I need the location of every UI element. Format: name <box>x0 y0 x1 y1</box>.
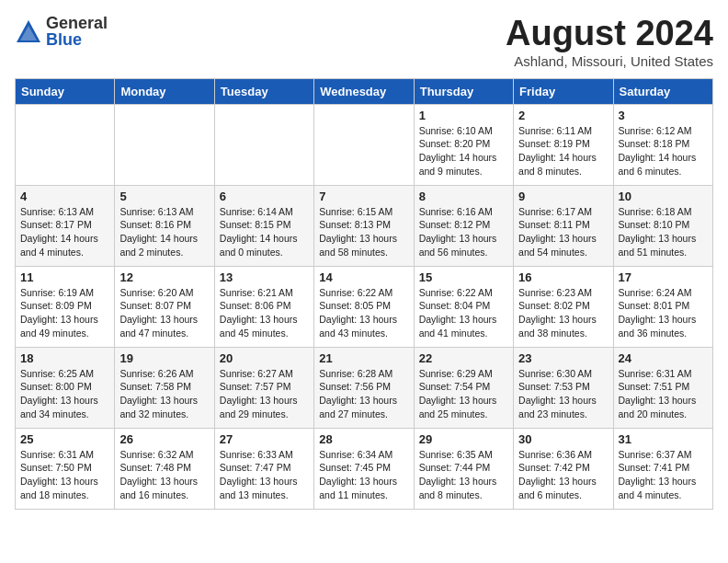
day-number: 3 <box>619 109 708 122</box>
day-info: Sunrise: 6:31 AM Sunset: 7:50 PM Dayligh… <box>20 448 109 502</box>
day-info: Sunrise: 6:15 AM Sunset: 8:13 PM Dayligh… <box>319 205 408 259</box>
day-number: 7 <box>319 190 408 203</box>
day-number: 10 <box>619 190 708 203</box>
day-info: Sunrise: 6:36 AM Sunset: 7:42 PM Dayligh… <box>518 448 608 502</box>
day-info: Sunrise: 6:37 AM Sunset: 7:41 PM Dayligh… <box>619 448 708 502</box>
calendar-cell: 21Sunrise: 6:28 AM Sunset: 7:56 PM Dayli… <box>314 347 414 428</box>
day-info: Sunrise: 6:30 AM Sunset: 7:53 PM Dayligh… <box>518 367 608 421</box>
day-info: Sunrise: 6:13 AM Sunset: 8:16 PM Dayligh… <box>119 205 209 259</box>
calendar-cell: 26Sunrise: 6:32 AM Sunset: 7:48 PM Dayli… <box>115 428 214 509</box>
day-number: 25 <box>20 432 109 446</box>
day-number: 28 <box>319 432 408 446</box>
day-info: Sunrise: 6:22 AM Sunset: 8:04 PM Dayligh… <box>419 286 508 340</box>
calendar-cell: 19Sunrise: 6:26 AM Sunset: 7:58 PM Dayli… <box>115 347 214 428</box>
calendar-cell: 23Sunrise: 6:30 AM Sunset: 7:53 PM Dayli… <box>514 347 613 428</box>
calendar-cell: 22Sunrise: 6:29 AM Sunset: 7:54 PM Dayli… <box>414 347 513 428</box>
calendar-cell: 13Sunrise: 6:21 AM Sunset: 8:06 PM Dayli… <box>214 266 313 347</box>
calendar-week-3: 18Sunrise: 6:25 AM Sunset: 8:00 PM Dayli… <box>16 347 713 428</box>
day-info: Sunrise: 6:23 AM Sunset: 8:02 PM Dayligh… <box>518 286 608 340</box>
day-info: Sunrise: 6:29 AM Sunset: 7:54 PM Dayligh… <box>419 367 508 421</box>
col-sunday: Sunday <box>16 78 115 104</box>
day-info: Sunrise: 6:25 AM Sunset: 8:00 PM Dayligh… <box>20 367 109 421</box>
calendar-cell: 8Sunrise: 6:16 AM Sunset: 8:12 PM Daylig… <box>414 185 513 266</box>
day-number: 9 <box>518 190 608 203</box>
calendar-cell <box>214 104 313 185</box>
calendar-week-4: 25Sunrise: 6:31 AM Sunset: 7:50 PM Dayli… <box>16 428 713 509</box>
col-friday: Friday <box>514 78 613 104</box>
calendar-cell: 16Sunrise: 6:23 AM Sunset: 8:02 PM Dayli… <box>514 266 613 347</box>
day-info: Sunrise: 6:33 AM Sunset: 7:47 PM Dayligh… <box>220 448 309 502</box>
calendar: Sunday Monday Tuesday Wednesday Thursday… <box>15 78 713 510</box>
day-number: 26 <box>119 432 209 446</box>
calendar-cell: 29Sunrise: 6:35 AM Sunset: 7:44 PM Dayli… <box>414 428 513 509</box>
col-monday: Monday <box>115 78 214 104</box>
calendar-cell: 18Sunrise: 6:25 AM Sunset: 8:00 PM Dayli… <box>16 347 115 428</box>
day-number: 6 <box>220 190 309 203</box>
logo-icon <box>15 18 42 44</box>
day-info: Sunrise: 6:14 AM Sunset: 8:15 PM Dayligh… <box>220 205 309 259</box>
location: Ashland, Missouri, United States <box>506 53 713 69</box>
day-number: 29 <box>419 432 508 446</box>
day-info: Sunrise: 6:18 AM Sunset: 8:10 PM Dayligh… <box>619 205 708 259</box>
day-info: Sunrise: 6:35 AM Sunset: 7:44 PM Dayligh… <box>419 448 508 502</box>
day-info: Sunrise: 6:21 AM Sunset: 8:06 PM Dayligh… <box>220 286 309 340</box>
day-number: 8 <box>419 190 508 203</box>
calendar-cell: 7Sunrise: 6:15 AM Sunset: 8:13 PM Daylig… <box>314 185 414 266</box>
day-info: Sunrise: 6:19 AM Sunset: 8:09 PM Dayligh… <box>20 286 109 340</box>
calendar-cell: 12Sunrise: 6:20 AM Sunset: 8:07 PM Dayli… <box>115 266 214 347</box>
day-info: Sunrise: 6:26 AM Sunset: 7:58 PM Dayligh… <box>119 367 209 421</box>
calendar-cell: 1Sunrise: 6:10 AM Sunset: 8:20 PM Daylig… <box>414 104 513 185</box>
calendar-cell: 30Sunrise: 6:36 AM Sunset: 7:42 PM Dayli… <box>514 428 613 509</box>
calendar-cell <box>314 104 414 185</box>
day-number: 2 <box>518 109 608 122</box>
day-number: 18 <box>20 351 109 365</box>
header: General Blue August 2024 Ashland, Missou… <box>15 15 713 69</box>
logo-general-text: General <box>46 15 108 31</box>
calendar-cell: 3Sunrise: 6:12 AM Sunset: 8:18 PM Daylig… <box>613 104 712 185</box>
calendar-week-0: 1Sunrise: 6:10 AM Sunset: 8:20 PM Daylig… <box>16 104 713 185</box>
day-number: 30 <box>518 432 608 446</box>
day-number: 27 <box>220 432 309 446</box>
calendar-cell: 2Sunrise: 6:11 AM Sunset: 8:19 PM Daylig… <box>514 104 613 185</box>
calendar-cell: 31Sunrise: 6:37 AM Sunset: 7:41 PM Dayli… <box>613 428 712 509</box>
calendar-cell: 6Sunrise: 6:14 AM Sunset: 8:15 PM Daylig… <box>214 185 313 266</box>
col-saturday: Saturday <box>613 78 712 104</box>
day-info: Sunrise: 6:10 AM Sunset: 8:20 PM Dayligh… <box>419 124 508 178</box>
calendar-cell: 24Sunrise: 6:31 AM Sunset: 7:51 PM Dayli… <box>613 347 712 428</box>
day-info: Sunrise: 6:13 AM Sunset: 8:17 PM Dayligh… <box>20 205 109 259</box>
day-info: Sunrise: 6:22 AM Sunset: 8:05 PM Dayligh… <box>319 286 408 340</box>
calendar-week-1: 4Sunrise: 6:13 AM Sunset: 8:17 PM Daylig… <box>16 185 713 266</box>
calendar-cell: 17Sunrise: 6:24 AM Sunset: 8:01 PM Dayli… <box>613 266 712 347</box>
day-number: 19 <box>119 351 209 365</box>
col-wednesday: Wednesday <box>314 78 414 104</box>
calendar-cell: 28Sunrise: 6:34 AM Sunset: 7:45 PM Dayli… <box>314 428 414 509</box>
col-tuesday: Tuesday <box>214 78 313 104</box>
calendar-cell: 27Sunrise: 6:33 AM Sunset: 7:47 PM Dayli… <box>214 428 313 509</box>
logo-name: General Blue <box>46 15 108 48</box>
calendar-cell: 4Sunrise: 6:13 AM Sunset: 8:17 PM Daylig… <box>16 185 115 266</box>
day-number: 5 <box>119 190 209 203</box>
day-number: 12 <box>119 270 209 284</box>
day-number: 22 <box>419 351 508 365</box>
calendar-week-2: 11Sunrise: 6:19 AM Sunset: 8:09 PM Dayli… <box>16 266 713 347</box>
day-number: 16 <box>518 270 608 284</box>
day-number: 21 <box>319 351 408 365</box>
day-info: Sunrise: 6:31 AM Sunset: 7:51 PM Dayligh… <box>619 367 708 421</box>
calendar-cell: 25Sunrise: 6:31 AM Sunset: 7:50 PM Dayli… <box>16 428 115 509</box>
day-number: 23 <box>518 351 608 365</box>
day-info: Sunrise: 6:16 AM Sunset: 8:12 PM Dayligh… <box>419 205 508 259</box>
calendar-cell: 10Sunrise: 6:18 AM Sunset: 8:10 PM Dayli… <box>613 185 712 266</box>
day-number: 17 <box>619 270 708 284</box>
col-thursday: Thursday <box>414 78 513 104</box>
calendar-header-row: Sunday Monday Tuesday Wednesday Thursday… <box>16 78 713 104</box>
day-info: Sunrise: 6:17 AM Sunset: 8:11 PM Dayligh… <box>518 205 608 259</box>
month-title: August 2024 <box>506 15 713 53</box>
calendar-cell: 5Sunrise: 6:13 AM Sunset: 8:16 PM Daylig… <box>115 185 214 266</box>
calendar-cell: 14Sunrise: 6:22 AM Sunset: 8:05 PM Dayli… <box>314 266 414 347</box>
day-number: 24 <box>619 351 708 365</box>
day-number: 31 <box>619 432 708 446</box>
calendar-cell <box>16 104 115 185</box>
day-info: Sunrise: 6:11 AM Sunset: 8:19 PM Dayligh… <box>518 124 608 178</box>
day-info: Sunrise: 6:12 AM Sunset: 8:18 PM Dayligh… <box>619 124 708 178</box>
calendar-cell: 11Sunrise: 6:19 AM Sunset: 8:09 PM Dayli… <box>16 266 115 347</box>
